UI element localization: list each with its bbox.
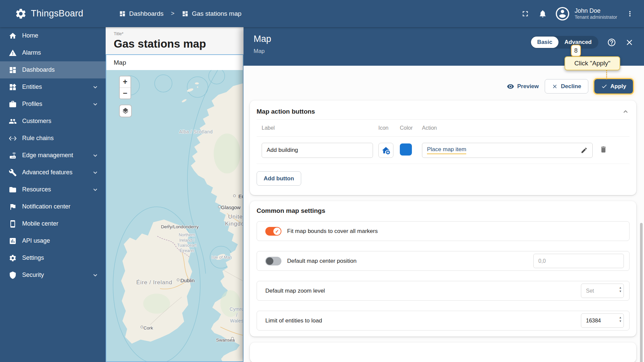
widget-title: Map	[114, 59, 126, 66]
settings-actions-row: Preview Decline Apply	[250, 79, 636, 94]
chevron-down-icon	[92, 101, 99, 108]
chevron-down-icon	[92, 169, 99, 176]
help-icon[interactable]	[607, 38, 616, 47]
map-zoom-in-button[interactable]: +	[120, 76, 130, 87]
entities-limit-stepper[interactable]: ▴▾	[620, 316, 621, 323]
sidebar-item-notification-center[interactable]: Notification center	[0, 198, 106, 215]
map-label: United Kingdom	[225, 213, 243, 228]
sidebar-item-settings[interactable]: Settings	[0, 249, 106, 266]
sidebar-item-profiles[interactable]: Profiles	[0, 96, 106, 113]
sidebar-item-label: Mobile center	[22, 220, 58, 227]
widget-settings-panel: Map Map Basic Advanced Preview Declin	[244, 27, 644, 362]
map-label: Alba / Scotland	[179, 129, 213, 135]
scrollbar-thumb[interactable]	[640, 223, 643, 362]
close-icon[interactable]	[625, 38, 634, 47]
fit-bounds-toggle[interactable]	[265, 227, 281, 236]
brand[interactable]: ThingsBoard	[0, 8, 106, 20]
tab-basic[interactable]: Basic	[531, 37, 558, 48]
sidebar-item-edge-management[interactable]: Edge management	[0, 147, 106, 164]
kebab-menu-icon[interactable]	[626, 10, 634, 18]
notifications-bell-icon[interactable]	[538, 9, 547, 18]
brand-name: ThingsBoard	[31, 8, 83, 19]
sidebar-item-resources[interactable]: Resources	[0, 181, 106, 198]
next-settings-card-partial	[250, 343, 636, 362]
entities-limit-input[interactable]	[581, 313, 624, 328]
settings-mode-toggle: Basic Advanced	[530, 36, 598, 49]
sidebar-item-label: Customers	[22, 118, 51, 125]
chevron-up-icon[interactable]	[622, 108, 630, 116]
panel-header-controls: Basic Advanced	[530, 36, 634, 49]
button-label-input[interactable]	[262, 143, 373, 158]
dashboards-icon	[182, 10, 189, 17]
sidebar-item-label: Edge management	[22, 152, 73, 159]
map-center-input[interactable]	[533, 254, 624, 268]
default-center-toggle[interactable]	[265, 257, 281, 265]
sidebar-item-security[interactable]: Security	[0, 266, 106, 284]
map-zoom-out-button[interactable]: −	[120, 87, 130, 99]
action-buttons-table-header: Label Icon Color Action	[257, 119, 630, 137]
thingsboard-logo-icon	[15, 8, 27, 20]
resources-icon	[9, 186, 17, 194]
sidebar-item-label: Resources	[22, 186, 51, 193]
sidebar-item-label: Profiles	[22, 101, 42, 108]
breadcrumb-dashboards[interactable]: Dashboards	[119, 10, 163, 17]
action-picker[interactable]: Place map item	[422, 143, 593, 158]
sidebar-item-alarms[interactable]: Alarms	[0, 44, 106, 61]
sidebar-item-label: Security	[22, 272, 44, 279]
layers-icon	[122, 107, 129, 115]
map-label: Dublin	[180, 278, 195, 284]
sidebar-item-customers[interactable]: Customers	[0, 113, 106, 130]
sidebar-item-entities[interactable]: Entities	[0, 78, 106, 96]
sidebar-item-mobile-center[interactable]: Mobile center	[0, 215, 106, 232]
sidebar-item-api-usage[interactable]: API usage	[0, 232, 106, 249]
close-icon	[552, 83, 558, 89]
map-widget: Map	[106, 54, 244, 362]
panel-subtitle: Map	[254, 48, 265, 55]
apply-button[interactable]: Apply	[594, 79, 633, 94]
action-link[interactable]: Place map item	[427, 146, 466, 154]
widget-header: Map	[106, 55, 243, 70]
dashboard-title-input[interactable]: Gas stations map	[114, 38, 244, 50]
api-icon	[9, 237, 17, 245]
sidebar-item-rule-chains[interactable]: Rule chains	[0, 130, 106, 147]
zoom-level-stepper[interactable]: ▴▾	[620, 286, 621, 293]
add-button[interactable]: Add button	[257, 171, 301, 186]
zoom-level-input[interactable]	[581, 284, 624, 298]
delete-trash-icon[interactable]	[599, 145, 607, 154]
map-label: Derry/Londonderry	[161, 224, 199, 230]
sidebar-item-label: Advanced features	[22, 169, 72, 176]
eye-icon	[507, 83, 514, 90]
tutorial-callout: Click "Apply"	[565, 56, 620, 70]
sidebar-item-home[interactable]: Home	[0, 27, 106, 44]
tutorial-connector	[606, 70, 607, 79]
chevron-down-icon	[92, 186, 99, 193]
preview-button[interactable]: Preview	[507, 83, 539, 90]
map-label: Cork	[144, 325, 153, 331]
map-label: Edinburgh	[238, 193, 243, 200]
avatar[interactable]	[556, 7, 569, 20]
user-info[interactable]: John Doe Tenant administrator	[575, 7, 617, 20]
button-icon-picker[interactable]	[378, 143, 393, 158]
breadcrumb-separator: >	[171, 10, 174, 17]
dashboard-title-block: Title* Gas stations map	[106, 27, 244, 54]
breadcrumb-current[interactable]: Gas stations map	[182, 10, 241, 17]
user-role: Tenant administrator	[575, 14, 617, 20]
warning-icon	[9, 49, 17, 57]
user-name: John Doe	[575, 7, 617, 15]
sidebar-item-advanced-features[interactable]: Advanced features	[0, 164, 106, 181]
sidebar-item-label: Alarms	[22, 49, 41, 56]
decline-button[interactable]: Decline	[545, 79, 588, 94]
fullscreen-icon[interactable]	[521, 9, 530, 18]
header-actions: John Doe Tenant administrator	[521, 7, 644, 20]
rule-chains-icon	[9, 134, 17, 142]
settings-icon	[9, 254, 17, 262]
map-layers-button[interactable]	[119, 105, 132, 117]
sidebar-item-dashboards[interactable]: Dashboards	[0, 61, 106, 78]
sidebar-item-label: Notification center	[22, 203, 70, 210]
color-swatch[interactable]	[400, 143, 412, 156]
map-label: Éire / Ireland	[136, 279, 172, 286]
widget-editor: Title* Gas stations map Map	[106, 27, 244, 362]
map[interactable]: Alba / ScotlandEdinburghGlasgowUnited Ki…	[106, 70, 243, 361]
breadcrumb: Dashboards > Gas stations map	[119, 10, 241, 17]
edit-pencil-icon[interactable]	[581, 147, 588, 154]
